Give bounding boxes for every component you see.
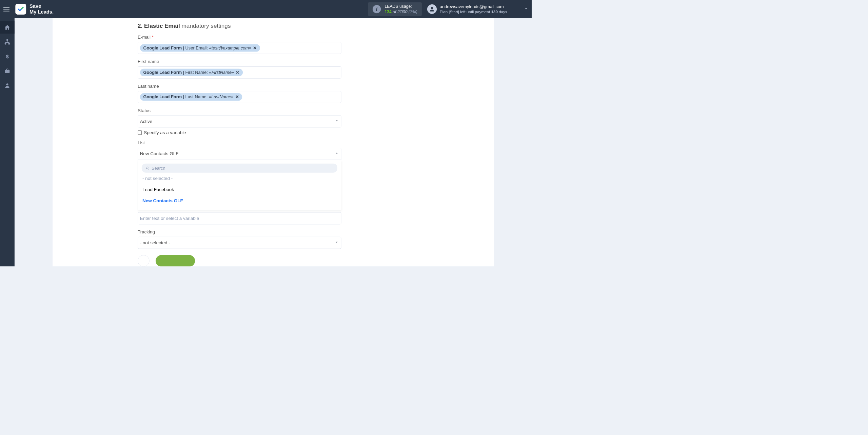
sidebar: $ [0,18,15,267]
list-option-new-contacts-glf[interactable]: New Contacts GLF [141,195,337,206]
dollar-icon: $ [4,53,10,59]
nav-briefcase[interactable] [0,65,15,77]
section-heading: 2. Elastic Email mandatory settings [138,22,409,29]
svg-rect-2 [5,43,6,45]
chevron-down-icon[interactable] [524,6,528,12]
field-tracking: Tracking - not selected - [138,229,409,249]
briefcase-icon [4,68,10,74]
field-last-name: Last name Google Lead Form | Last Name: … [138,83,409,103]
chevron-down-icon [334,240,339,246]
chevron-down-icon [334,119,339,124]
nav-account[interactable] [0,79,15,92]
email-input[interactable]: Google Lead Form | User Email: «test@exa… [138,42,341,54]
settings-card: 2. Elastic Email mandatory settings E-ma… [53,18,494,267]
user-icon [4,82,10,88]
app-name: Save My Leads. [29,3,54,15]
svg-point-7 [146,167,148,169]
svg-point-0 [431,7,433,9]
check-icon [17,6,24,13]
specify-variable-row[interactable]: Specify as a variable [138,130,409,135]
avatar-icon [427,4,437,14]
chevron-up-icon [334,151,339,157]
field-extra: Enter text or select a variable [138,212,409,225]
search-icon [145,166,149,170]
field-email: E-mail* Google Lead Form | User Email: «… [138,35,409,54]
app-logo[interactable] [15,4,26,15]
tracking-select[interactable]: - not selected - [138,237,341,249]
first-name-input[interactable]: Google Lead Form | First Name: «FirstNam… [138,66,341,79]
back-button[interactable] [138,255,149,267]
email-chip[interactable]: Google Lead Form | User Email: «test@exa… [140,44,260,51]
svg-rect-5 [5,70,10,73]
nav-connections[interactable] [0,36,15,48]
sitemap-icon [4,39,10,45]
last-name-chip[interactable]: Google Lead Form | Last Name: «LastName»… [140,93,242,101]
leads-usage-panel[interactable]: i LEADS usage: 134 of 2'000 (7%) [368,2,422,16]
user-menu[interactable]: andrewsavemyleads@gmail.com Plan |Start|… [427,4,507,15]
status-select[interactable]: Active [138,116,341,128]
user-info: andrewsavemyleads@gmail.com Plan |Start|… [440,4,507,15]
svg-line-8 [148,169,149,170]
home-icon [4,24,10,30]
content-area: 2. Elastic Email mandatory settings E-ma… [15,18,532,267]
svg-text:$: $ [6,54,9,59]
list-option-not-selected[interactable]: - not selected - [141,173,337,184]
field-first-name: First name Google Lead Form | First Name… [138,59,409,79]
continue-button[interactable] [155,255,195,267]
list-option-lead-facebook[interactable]: Lead Facebook [141,184,337,195]
field-status: Status Active Specify as a variable [138,108,409,136]
nav-home[interactable] [0,21,15,34]
list-dropdown: Search - not selected - Lead Facebook Ne… [138,160,341,210]
variable-input[interactable]: Enter text or select a variable [138,212,341,225]
chip-remove-icon[interactable]: ✕ [235,95,239,100]
usage-text: LEADS usage: 134 of 2'000 (7%) [384,4,417,15]
info-icon: i [373,5,381,14]
first-name-chip[interactable]: Google Lead Form | First Name: «FirstNam… [140,69,243,76]
svg-rect-1 [6,39,8,41]
last-name-input[interactable]: Google Lead Form | Last Name: «LastName»… [138,91,341,103]
svg-rect-3 [8,43,10,45]
dropdown-search[interactable]: Search [141,164,337,173]
field-list: List New Contacts GLF Search - not selec… [138,140,409,210]
nav-billing[interactable]: $ [0,50,15,63]
menu-toggle[interactable] [3,5,12,14]
app-header: Save My Leads. i LEADS usage: 134 of 2'0… [0,0,532,18]
chip-remove-icon[interactable]: ✕ [253,45,257,50]
checkbox[interactable] [138,130,142,134]
chip-remove-icon[interactable]: ✕ [236,70,239,75]
list-select[interactable]: New Contacts GLF [138,148,341,160]
svg-point-6 [6,83,8,85]
